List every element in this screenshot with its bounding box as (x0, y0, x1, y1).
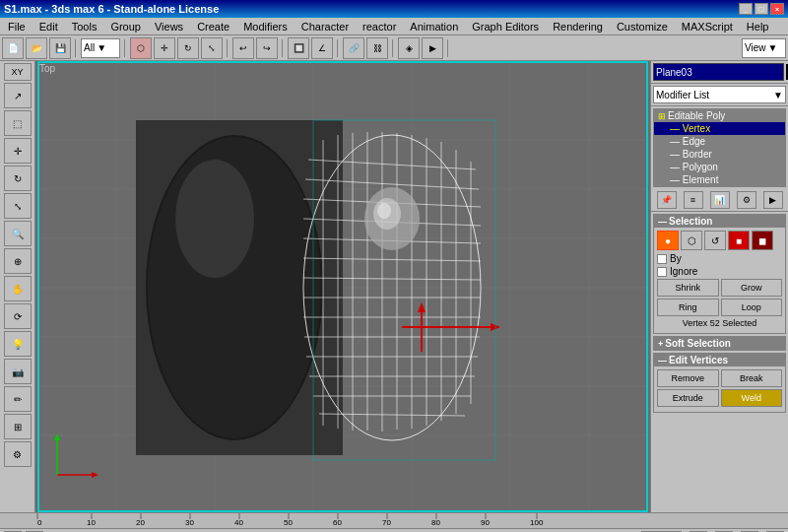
weld-button[interactable]: Weld (721, 389, 783, 407)
rp-icon-pin[interactable]: 📌 (657, 191, 677, 209)
stack-element[interactable]: — Element (654, 173, 785, 186)
ring-button[interactable]: Ring (657, 299, 719, 316)
svg-point-46 (373, 198, 401, 230)
rp-icon-anim[interactable]: ▶ (763, 191, 783, 209)
svg-point-18 (175, 160, 254, 278)
svg-line-22 (303, 199, 481, 207)
ignore-checkbox[interactable] (657, 267, 667, 277)
lt-helpers[interactable]: ⊞ (4, 414, 32, 439)
lt-camera[interactable]: 📷 (4, 359, 32, 384)
title-bar-controls[interactable]: _ □ × (739, 3, 784, 15)
ruler-svg: 0 10 20 30 40 50 60 70 80 90 100 (0, 513, 788, 528)
menu-rendering[interactable]: Rendering (547, 20, 609, 33)
tb-snap[interactable]: 🔲 (288, 37, 309, 59)
tb-move[interactable]: ✛ (154, 37, 175, 59)
tb-undo[interactable]: ↩ (232, 37, 254, 59)
lt-rotate[interactable]: ↻ (4, 166, 32, 191)
lt-region[interactable]: ⬚ (4, 110, 32, 136)
sel-vertex-icon[interactable]: ● (657, 231, 679, 250)
lt-select[interactable]: ↗ (4, 83, 32, 108)
viewport[interactable]: Top (35, 61, 650, 512)
stack-vertex[interactable]: — Vertex (654, 122, 785, 135)
svg-rect-57 (0, 513, 788, 528)
stack-polygon[interactable]: — Polygon (654, 161, 785, 173)
tb-redo[interactable]: ↪ (256, 37, 278, 59)
rp-icon-list[interactable]: ≡ (684, 191, 703, 209)
sep4 (282, 39, 284, 57)
tb-render[interactable]: ▶ (422, 37, 443, 59)
menu-tools[interactable]: Tools (66, 20, 103, 33)
menu-views[interactable]: Views (149, 20, 189, 33)
tb-rotate[interactable]: ↻ (177, 37, 199, 59)
lt-light[interactable]: 💡 (4, 331, 32, 357)
rp-icon-graph[interactable]: 📊 (710, 191, 730, 209)
svg-text:60: 60 (333, 518, 342, 527)
xy-label: XY (4, 63, 32, 81)
minimize-btn[interactable]: _ (739, 3, 753, 15)
sep2 (124, 39, 126, 57)
right-panel: Plane03 Modifier List ▼ ⊞ Editable Poly … (650, 61, 788, 512)
lt-systems[interactable]: ⚙ (4, 441, 32, 467)
view-dropdown[interactable]: View ▼ (742, 38, 786, 58)
svg-marker-56 (54, 433, 60, 440)
toolbar-new[interactable]: 📄 (2, 37, 24, 59)
status-bar: ▶ ■ 0 / 100 ⏮ ◀ ▶ ⏭ (0, 528, 788, 532)
menu-graph-editors[interactable]: Graph Editors (466, 20, 545, 33)
lt-orbit[interactable]: ⟳ (4, 303, 32, 329)
selection-status: Vertex 52 Selected (657, 318, 782, 328)
tb-material[interactable]: ◈ (398, 37, 420, 59)
edit-vertices-header: — Edit Vertices (654, 354, 785, 366)
right-panel-scrollable: — Selection ● ⬡ ↺ ■ ◼ By (651, 212, 788, 512)
menu-character[interactable]: Character (296, 20, 355, 33)
menu-modifiers[interactable]: Modifiers (237, 20, 294, 33)
lt-shapes[interactable]: ✏ (4, 386, 32, 412)
rp-icon-props[interactable]: ⚙ (737, 191, 756, 209)
lt-zoom[interactable]: 🔍 (4, 221, 32, 246)
lt-zoomext[interactable]: ⊕ (4, 248, 32, 274)
sel-edge-icon[interactable]: ⬡ (681, 231, 702, 250)
menu-animation[interactable]: Animation (404, 20, 464, 33)
sel-polygon-icon[interactable]: ■ (728, 231, 750, 250)
menu-create[interactable]: Create (191, 20, 235, 33)
svg-rect-14 (136, 120, 343, 455)
svg-text:80: 80 (431, 518, 440, 527)
sel-border-icon[interactable]: ↺ (704, 231, 726, 250)
menu-edit[interactable]: Edit (33, 20, 64, 33)
modifier-list-dropdown[interactable]: Modifier List ▼ (653, 86, 786, 103)
grow-button[interactable]: Grow (721, 279, 783, 297)
remove-button[interactable]: Remove (657, 369, 719, 387)
lt-move[interactable]: ✛ (4, 138, 32, 164)
lt-scale[interactable]: ⤡ (4, 193, 32, 219)
toolbar-open[interactable]: 📂 (26, 37, 47, 59)
all-dropdown[interactable]: All ▼ (81, 38, 120, 58)
menu-reactor[interactable]: reactor (357, 20, 402, 33)
break-button[interactable]: Break (721, 369, 783, 387)
tb-select[interactable]: ⬡ (130, 37, 152, 59)
svg-marker-50 (491, 323, 500, 331)
loop-button[interactable]: Loop (721, 299, 783, 316)
shrink-button[interactable]: Shrink (657, 279, 719, 297)
stack-edge[interactable]: — Edge (654, 135, 785, 148)
menu-bar: File Edit Tools Group Views Create Modif… (0, 18, 788, 35)
tb-scale[interactable]: ⤡ (201, 37, 223, 59)
svg-rect-52 (313, 120, 495, 460)
toolbar-save[interactable]: 💾 (49, 37, 71, 59)
menu-customize[interactable]: Customize (611, 20, 674, 33)
maximize-btn[interactable]: □ (755, 3, 768, 15)
menu-file[interactable]: File (2, 20, 32, 33)
menu-group[interactable]: Group (104, 20, 147, 33)
object-name-input[interactable]: Plane03 (653, 63, 784, 81)
lt-pan[interactable]: ✋ (4, 276, 32, 301)
menu-help[interactable]: Help (741, 20, 775, 33)
sel-element-icon[interactable]: ◼ (752, 231, 773, 250)
menu-maxscript[interactable]: MAXScript (676, 20, 739, 33)
tb-link[interactable]: 🔗 (343, 37, 364, 59)
tb-angle[interactable]: ∠ (311, 37, 333, 59)
stack-border[interactable]: — Border (654, 148, 785, 161)
tb-unlink[interactable]: ⛓ (366, 37, 388, 59)
sep7 (447, 39, 449, 57)
close-btn[interactable]: × (770, 3, 784, 15)
stack-editable-poly[interactable]: ⊞ Editable Poly (654, 109, 785, 122)
by-checkbox[interactable] (657, 254, 667, 264)
extrude-button[interactable]: Extrude (657, 389, 719, 407)
